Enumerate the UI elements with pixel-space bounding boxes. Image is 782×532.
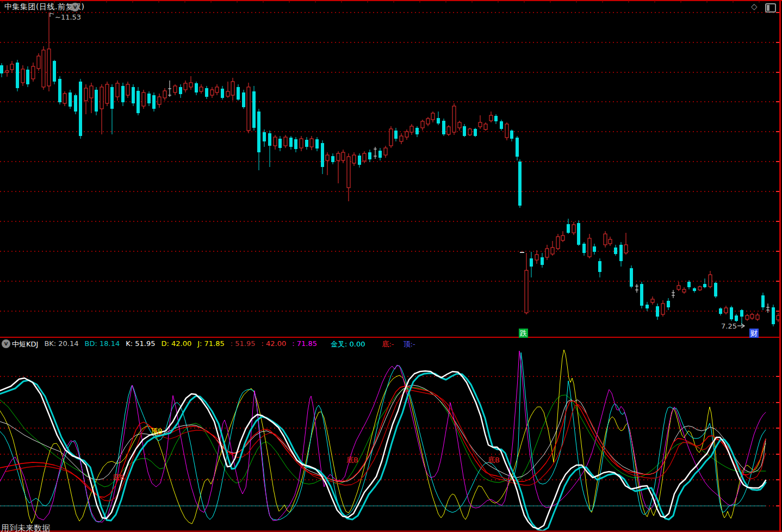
kdj-signal-label: 顶B — [151, 427, 163, 435]
kdj-series-j2-cyan-thin — [0, 352, 766, 522]
kdj-field: 中短KDJ — [12, 339, 38, 349]
panel-layout-icon[interactable] — [765, 3, 776, 13]
kdj-field: 底:- — [382, 339, 394, 349]
low-price-label: 7.25 — [721, 322, 737, 330]
price-dash-marker — [520, 252, 524, 253]
kdj-field: BK: 20.14 — [44, 339, 78, 349]
titlebar: 中集集团(日线.前复权) v ◇ — [0, 0, 782, 13]
chevron-down-icon[interactable]: v — [71, 3, 79, 11]
chevron-down-icon[interactable]: v — [2, 339, 10, 348]
kdj-indicator-values: 中短KDJBK: 20.14BD: 18.14K: 51.95D: 42.00J… — [12, 339, 415, 349]
kdj-field: 金叉: 0.00 — [331, 339, 365, 349]
kdj-field: : 51.95 — [231, 339, 256, 349]
kdj-series-k2-white-thin — [0, 385, 766, 482]
kdj-field: K: 51.95 — [126, 339, 155, 349]
kdj-signal-label: 底B — [113, 473, 125, 481]
fall-signal-badge: 跌 — [519, 329, 528, 338]
kdj-field: : 71.85 — [292, 339, 317, 349]
kdj-field: 顶:- — [404, 339, 415, 349]
high-price-label: ~11.53 — [55, 13, 81, 21]
kdj-field: D: 42.00 — [161, 339, 191, 349]
kdj-field: J: 71.85 — [197, 339, 225, 349]
kdj-header: v 中短KDJBK: 20.14BD: 18.14K: 51.95D: 42.0… — [0, 339, 782, 349]
wealth-signal-badge: 财 — [749, 329, 759, 338]
kdj-signal-label: 底B — [346, 456, 358, 464]
diamond-icon[interactable]: ◇ — [751, 2, 758, 11]
kdj-series-bk-white-thick — [0, 371, 766, 529]
future-data-warning: 用到未来数据 — [1, 523, 50, 532]
panel-layout-bar — [767, 5, 769, 11]
kdj-field: BD: 18.14 — [85, 339, 120, 349]
kdj-signal-label: 底B — [488, 456, 500, 464]
kdj-field: : 42.00 — [262, 339, 287, 349]
chart-canvas[interactable]: 顶B底B底B底B~11.537.25 — [0, 0, 782, 532]
app-window: 顶B底B底B底B~11.537.25 中集集团(日线.前复权) v ◇ v 中短… — [0, 0, 782, 532]
